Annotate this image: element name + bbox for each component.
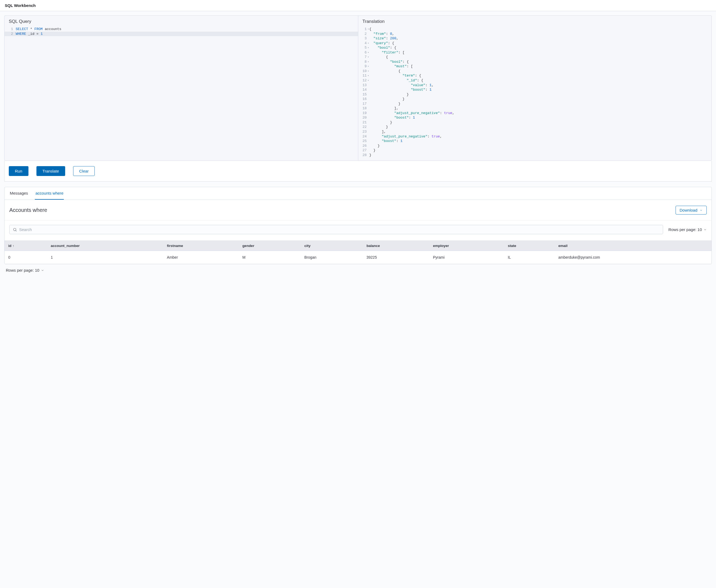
code-line[interactable]: 1SELECT * FROM accounts [4, 27, 358, 31]
app-title: SQL Workbench [5, 3, 36, 8]
action-bar: Run Translate Clear [4, 161, 712, 182]
fold-icon[interactable]: ▾ [368, 28, 369, 31]
column-header-balance[interactable]: balance [363, 241, 429, 251]
column-header-firstname[interactable]: firstname [163, 241, 239, 251]
translation-viewer[interactable]: 1▾{2 "from": 0,3 "size": 200,4▾ "query":… [358, 27, 712, 161]
translation-panel-title: Translation [358, 19, 712, 27]
fold-icon[interactable]: ▾ [368, 60, 369, 64]
sql-editor[interactable]: 1SELECT * FROM accounts2WHERE _id = 1 [4, 27, 358, 39]
code-line[interactable]: 18 ], [358, 106, 712, 111]
code-line[interactable]: 22 } [358, 125, 712, 129]
code-line[interactable]: 11▾ "term": { [358, 74, 712, 78]
line-number: 17 [358, 102, 369, 106]
run-button[interactable]: Run [9, 166, 28, 176]
code-line[interactable]: 17 } [358, 102, 712, 106]
cell-firstname: Amber [163, 251, 239, 264]
search-input[interactable] [19, 227, 660, 232]
line-number: 22 [358, 125, 369, 129]
code-line[interactable]: 7▾ { [358, 55, 712, 60]
translate-button[interactable]: Translate [37, 166, 65, 176]
code-line[interactable]: 6▾ "filter": [ [358, 50, 712, 55]
code-content: ], [369, 106, 712, 111]
line-number: 5▾ [358, 45, 369, 50]
fold-icon[interactable]: ▾ [368, 42, 369, 45]
line-number: 27 [358, 148, 369, 153]
line-number: 2 [358, 31, 369, 37]
code-line[interactable]: 25 "boost": 1 [358, 139, 712, 144]
code-content: "size": 200, [369, 36, 712, 41]
code-line[interactable]: 1▾{ [358, 27, 712, 31]
code-line[interactable]: 24 "adjust_pure_negative": true, [358, 134, 712, 139]
code-content: { [369, 55, 712, 60]
fold-icon[interactable]: ▾ [368, 65, 369, 68]
code-content: "boost": 1 [369, 139, 712, 144]
download-button[interactable]: Download [676, 206, 707, 214]
code-content: "from": 0, [369, 31, 712, 37]
cell-city: Brogan [301, 251, 363, 264]
search-box[interactable] [9, 225, 663, 234]
fold-icon[interactable]: ▾ [368, 56, 369, 59]
fold-icon[interactable]: ▾ [368, 70, 369, 73]
code-line[interactable]: 16 } [358, 97, 712, 102]
code-line[interactable]: 21 } [358, 120, 712, 125]
column-header-account_number[interactable]: account_number [47, 241, 163, 251]
code-line[interactable]: 28} [358, 153, 712, 158]
clear-button[interactable]: Clear [73, 166, 95, 176]
code-content: } [369, 92, 712, 97]
code-line[interactable]: 9▾ "must": [ [358, 64, 712, 69]
tab-active[interactable]: accounts where [35, 187, 64, 200]
code-line[interactable]: 19 "adjust_pure_negative": true, [358, 111, 712, 115]
editor-panels: SQL Query 1SELECT * FROM accounts2WHERE … [4, 16, 712, 161]
svg-line-1 [16, 230, 17, 231]
code-line[interactable]: 10▾ { [358, 69, 712, 74]
table-header-row: id↑account_numberfirstnamegendercitybala… [4, 241, 712, 251]
rows-per-page-bottom[interactable]: Rows per page: 10 [4, 264, 712, 276]
column-header-id[interactable]: id↑ [4, 241, 47, 251]
code-line[interactable]: 15 } [358, 92, 712, 97]
line-number: 21 [358, 120, 369, 125]
table-row[interactable]: 01AmberMBrogan39225PyramiILamberduke@pyr… [4, 251, 712, 264]
code-line[interactable]: 2WHERE _id = 1 [4, 31, 358, 37]
fold-icon[interactable]: ▾ [368, 74, 369, 77]
fold-icon[interactable]: ▾ [368, 51, 369, 54]
rows-per-page-top[interactable]: Rows per page: 10 [668, 227, 707, 232]
code-content: ], [369, 129, 712, 134]
column-header-employer[interactable]: employer [429, 241, 504, 251]
code-line[interactable]: 12▾ "_id": { [358, 78, 712, 83]
code-line[interactable]: 27 } [358, 148, 712, 153]
line-number: 25 [358, 139, 369, 144]
code-line[interactable]: 26 } [358, 144, 712, 148]
tab[interactable]: Messages [9, 187, 28, 200]
code-content: "filter": [ [369, 50, 712, 55]
code-line[interactable]: 4▾ "query": { [358, 41, 712, 46]
code-line[interactable]: 8▾ "bool": { [358, 60, 712, 64]
column-header-email[interactable]: email [555, 241, 712, 251]
line-number: 26 [358, 144, 369, 148]
results-title: Accounts where [9, 207, 47, 213]
code-line[interactable]: 2 "from": 0, [358, 31, 712, 37]
code-content: { [369, 69, 712, 74]
code-line[interactable]: 14 "boost": 1 [358, 87, 712, 92]
code-content: } [369, 148, 712, 153]
result-tabs: Messagesaccounts where [4, 187, 712, 200]
code-line[interactable]: 5▾ "bool": { [358, 45, 712, 50]
code-line[interactable]: 3 "size": 200, [358, 36, 712, 41]
code-content: "term": { [369, 74, 712, 78]
fold-icon[interactable]: ▾ [368, 46, 369, 49]
code-line[interactable]: 20 "boost": 1 [358, 115, 712, 120]
sql-panel-title: SQL Query [4, 19, 358, 27]
results-table: id↑account_numberfirstnamegendercitybala… [4, 240, 712, 264]
fold-icon[interactable]: ▾ [368, 79, 369, 82]
line-number: 19 [358, 111, 369, 115]
column-header-gender[interactable]: gender [239, 241, 301, 251]
column-header-city[interactable]: city [301, 241, 363, 251]
code-line[interactable]: 23 ], [358, 129, 712, 134]
line-number: 6▾ [358, 50, 369, 55]
column-header-state[interactable]: state [504, 241, 555, 251]
line-number: 13 [358, 83, 369, 88]
chevron-down-icon [703, 228, 707, 231]
code-line[interactable]: 13 "value": 1, [358, 83, 712, 88]
code-content: "must": [ [369, 64, 712, 69]
cell-state: IL [504, 251, 555, 264]
cell-account_number: 1 [47, 251, 163, 264]
